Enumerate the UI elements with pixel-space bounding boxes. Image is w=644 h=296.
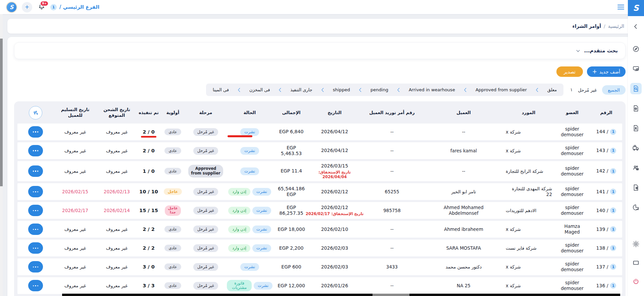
- vertical-scrollbar[interactable]: [0, 14, 3, 296]
- stage-tab-3[interactable]: pending: [370, 87, 388, 92]
- table-row[interactable]: 140 /1spider demouserالادهم للتوريداتAhm…: [17, 202, 622, 219]
- row-actions-button[interactable]: [28, 261, 43, 273]
- cell-done: 0 / 2: [137, 144, 160, 157]
- number-wrap: 140 /1: [596, 207, 616, 213]
- add-new-button[interactable]: أضف جديد +: [587, 66, 626, 77]
- cell-actions: [17, 241, 54, 255]
- cell-date: 2026/02/03: [309, 241, 360, 255]
- branch-number-badge: 1: [610, 264, 616, 270]
- table-row[interactable]: 139 /1Hamza Magedشركة xAhmed ibraheem--2…: [17, 221, 622, 238]
- priority-badge: عادى: [164, 129, 182, 135]
- team-users-icon[interactable]: [630, 162, 642, 174]
- column-header-12: تاريخ التسليم للعميل: [54, 107, 97, 118]
- horizontal-scrollbar-thumb[interactable]: [373, 294, 409, 296]
- header-actions-cell: [17, 106, 54, 119]
- row-actions-button[interactable]: [28, 224, 43, 235]
- topbar: الفرع الرئيسي / 1 +9 + S: [0, 0, 628, 14]
- table-row[interactable]: 141 /1spider demouserشركة المهدى للتجارة…: [17, 183, 622, 200]
- stage-tab-1[interactable]: Approved from supplier: [476, 87, 527, 92]
- vertical-scrollbar-thumb[interactable]: [0, 39, 3, 186]
- stage-strip: معلقApproved from supplierArrived in wea…: [206, 84, 563, 96]
- breadcrumb: الرئيسية / أوامر الشراء: [7, 19, 632, 34]
- row-actions-button[interactable]: [28, 242, 43, 254]
- row-actions-button[interactable]: [28, 126, 43, 138]
- notifications-bell-icon[interactable]: +9: [37, 3, 46, 11]
- quick-add-button[interactable]: +: [22, 2, 32, 12]
- tab-all[interactable]: الجميع: [602, 85, 626, 95]
- row-actions-button[interactable]: [28, 145, 43, 156]
- branch-count-badge: 1: [50, 4, 57, 10]
- stage-badge: Approved from supplier: [188, 165, 223, 178]
- export-button[interactable]: تصدير: [556, 66, 583, 77]
- client-document-icon[interactable]: [630, 122, 642, 134]
- table-row[interactable]: 143 /1spider demouserشركة xfares kamal--…: [17, 142, 622, 159]
- product-document-icon[interactable]: [630, 182, 642, 193]
- row-actions-button[interactable]: [28, 280, 43, 291]
- reports-pie-icon[interactable]: [630, 202, 642, 213]
- cell-number: 143 /1: [590, 144, 622, 157]
- purchase-orders-search-icon[interactable]: [630, 83, 642, 94]
- status-badge: إذن وارد: [228, 244, 250, 252]
- stage-tab-5[interactable]: جارى التنفيذ: [290, 87, 312, 92]
- cell-priority: عادى: [160, 279, 185, 292]
- power-icon[interactable]: [630, 276, 642, 287]
- cell-ship-date: غير معروف: [97, 241, 137, 255]
- cell-ship-date: غير معروف: [97, 223, 137, 236]
- user-avatar[interactable]: S: [6, 2, 17, 13]
- screen-icon[interactable]: [630, 257, 642, 268]
- table-row[interactable]: 137 /1spider demouserشركة xدكتور محسن مح…: [17, 258, 622, 275]
- collapse-chevron-icon[interactable]: [630, 21, 642, 32]
- cell-ship-date: 2026/02/14: [97, 204, 137, 217]
- cell-date: 2026/02/12تاريخ الإستحقاق: 2026/02/17: [309, 204, 360, 217]
- cell-number: 136 /1: [590, 279, 622, 292]
- customize-columns-button[interactable]: [29, 106, 42, 119]
- table-row[interactable]: 144 /1spider demouserشركة x----2026/04/1…: [17, 124, 622, 140]
- filter-tabs-row: الجميع غير مُرحل ١ معلقApproved from sup…: [14, 84, 626, 96]
- cell-member: spider demouser: [554, 241, 590, 255]
- brand-logo[interactable]: S: [628, 0, 644, 16]
- table-row[interactable]: 138 /1spider demouserشركة فاير نستSARA M…: [17, 240, 622, 256]
- pos-terminal-icon[interactable]: [630, 63, 642, 75]
- cell-member: spider demouser: [554, 144, 590, 157]
- client-name: SARA MOSTAFA: [446, 245, 481, 251]
- cell-total: EGP 6,840: [273, 125, 309, 139]
- table-row[interactable]: 142 /1spider demouserشركة الرابح للتجارة…: [17, 161, 622, 181]
- invoice-info-icon[interactable]: [630, 103, 642, 114]
- table-row[interactable]: 136 /1spider demouserشركة xNA 25--2026/0…: [17, 277, 622, 294]
- cell-status: نشرتإذن وارد: [226, 223, 273, 236]
- branch-breadcrumb[interactable]: الفرع الرئيسي / 1: [50, 4, 99, 10]
- column-header-11: تاريخ الشحن المتوقع: [97, 107, 137, 118]
- annotation-underline: [228, 135, 252, 137]
- breadcrumb-home[interactable]: الرئيسية: [608, 23, 624, 29]
- done-count: 2 / 2: [143, 226, 155, 232]
- row-actions-button[interactable]: [28, 205, 43, 216]
- cell-supplier: شركة x: [503, 223, 554, 236]
- member-name: Hamza Maged: [556, 224, 588, 235]
- status-badge: إذن وارد: [228, 226, 250, 233]
- settings-gear-icon[interactable]: [630, 238, 642, 250]
- breadcrumb-current: أوامر الشراء: [573, 23, 601, 29]
- row-actions-button[interactable]: [28, 186, 43, 197]
- stage-tab-2[interactable]: Arrived in wearhouse: [409, 87, 455, 92]
- stage-tab-4[interactable]: shipped: [333, 87, 350, 92]
- row-actions-button[interactable]: [28, 165, 43, 177]
- tab-unposted[interactable]: غير مُرحل: [578, 87, 597, 93]
- number-wrap: 136 /1: [596, 283, 616, 289]
- advanced-search-toggle[interactable]: بحث متقدم...: [14, 42, 626, 59]
- number-wrap: 137 /1: [596, 264, 616, 270]
- cell-supplier: شركة x: [503, 144, 554, 157]
- stage-tab-6[interactable]: فى المخزن: [249, 87, 270, 92]
- delivery-truck-icon[interactable]: [630, 142, 642, 154]
- cell-client-po: 985758: [360, 204, 424, 217]
- horizontal-scrollbar[interactable]: [62, 294, 620, 296]
- stage-tab-0[interactable]: معلق: [547, 87, 557, 92]
- stage-tab-7[interactable]: فى المينا: [213, 87, 229, 92]
- cell-done: 0 / 3: [137, 260, 160, 274]
- cell-number: 141 /1: [590, 185, 622, 198]
- order-date: 2026/02/03: [321, 245, 348, 251]
- branch-number-badge: 1: [610, 189, 616, 195]
- cell-stage: غير مُرحل: [185, 241, 226, 255]
- compass-icon[interactable]: [630, 43, 642, 55]
- add-new-label: أضف جديد: [599, 69, 620, 75]
- menu-hamburger-icon[interactable]: [615, 2, 627, 12]
